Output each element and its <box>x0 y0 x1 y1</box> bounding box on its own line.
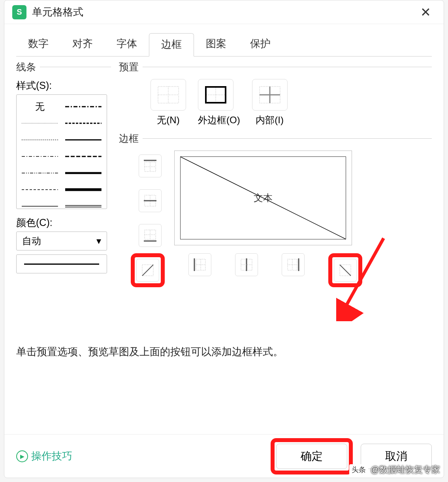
tab-protection[interactable]: 保护 <box>238 33 282 56</box>
border-bottom-button[interactable] <box>139 224 162 247</box>
dialog-title: 单元格格式 <box>32 5 83 19</box>
tab-number[interactable]: 数字 <box>16 33 60 56</box>
line-style-dash-medium[interactable] <box>63 149 104 164</box>
color-dropdown[interactable]: 自动 ▾ <box>16 232 107 250</box>
line-style-dashdot[interactable] <box>20 149 60 164</box>
border-top-button[interactable] <box>139 154 162 177</box>
line-style-dashdotdot[interactable] <box>20 165 60 181</box>
line-style-dash[interactable] <box>20 182 60 198</box>
ok-button[interactable]: 确定 <box>276 444 347 469</box>
line-style-dash-thick[interactable] <box>63 115 104 131</box>
line-style-solid-heavy[interactable] <box>63 182 104 198</box>
svg-line-34 <box>181 157 346 239</box>
line-group-label: 线条 <box>16 60 111 73</box>
color-value: 自动 <box>22 235 41 247</box>
preset-inner-icon <box>259 86 280 104</box>
preset-outer-label: 外边框(O) <box>198 114 240 126</box>
style-label: 样式(S): <box>16 79 111 92</box>
play-circle-icon: ▶ <box>16 450 28 462</box>
annotation-highlight-diag-up <box>131 253 165 287</box>
border-group-label: 边框 <box>119 132 432 145</box>
app-icon: S <box>12 5 26 19</box>
border-preview-inner: 文本 <box>180 156 346 239</box>
divider-line <box>143 67 432 67</box>
border-preview-diagonal <box>181 157 346 239</box>
divider-line <box>40 67 111 67</box>
border-middle-v-button[interactable] <box>235 253 258 276</box>
line-style-picker: 无 <box>16 94 107 209</box>
preset-none: 无(N) <box>151 79 186 126</box>
divider-line <box>143 138 432 139</box>
border-left-button[interactable] <box>188 253 211 276</box>
line-style-solid-thin[interactable] <box>20 198 60 214</box>
preset-none-button[interactable] <box>151 79 186 111</box>
preset-inner-button[interactable] <box>252 79 288 111</box>
border-side-buttons-left <box>139 154 162 247</box>
tips-link-text: 操作技巧 <box>31 449 72 463</box>
border-right-button[interactable] <box>282 253 305 276</box>
close-icon[interactable]: ✕ <box>416 3 436 21</box>
border-bottom-row <box>131 253 362 287</box>
preset-inner: 内部(I) <box>252 79 288 126</box>
svg-line-36 <box>142 265 153 276</box>
border-diagonal-up-button[interactable] <box>136 259 159 282</box>
border-preview[interactable]: 文本 <box>174 151 352 245</box>
dialog-footer: ▶ 操作技巧 确定 取消 <box>4 434 444 478</box>
annotation-highlight-ok: 确定 <box>271 438 353 474</box>
annotation-highlight-diag-down <box>328 253 362 287</box>
line-panel: 线条 样式(S): 无 颜色(C): <box>16 60 111 273</box>
line-style-dotted[interactable] <box>20 132 60 148</box>
line-style-dotted-fine[interactable] <box>20 115 60 131</box>
preset-none-label: 无(N) <box>151 114 186 126</box>
border-diagonal-down-button[interactable] <box>334 259 357 282</box>
border-panel: 预置 无(N) 外边框(O) <box>119 60 432 151</box>
preset-inner-label: 内部(I) <box>252 114 288 126</box>
color-preview <box>16 254 107 273</box>
border-middle-h-button[interactable] <box>139 189 162 212</box>
line-style-dashdot-thick[interactable] <box>63 99 104 115</box>
hint-text: 单击预置选项、预览草图及上面的按钮可以添加边框样式。 <box>16 345 283 359</box>
line-group-text: 线条 <box>16 60 36 73</box>
tab-font[interactable]: 字体 <box>105 33 149 56</box>
line-style-none[interactable]: 无 <box>20 99 60 115</box>
tab-border[interactable]: 边框 <box>149 33 194 56</box>
svg-line-49 <box>340 265 351 276</box>
color-label: 颜色(C): <box>16 216 111 229</box>
tab-pattern[interactable]: 图案 <box>194 33 238 56</box>
tips-link[interactable]: ▶ 操作技巧 <box>16 449 72 463</box>
preset-group-text: 预置 <box>119 60 139 73</box>
preset-outer-icon <box>205 86 226 104</box>
tab-alignment[interactable]: 对齐 <box>60 33 105 56</box>
border-section: 边框 <box>119 132 432 145</box>
preset-outer: 外边框(O) <box>198 79 240 126</box>
tab-bar: 数字 对齐 字体 边框 图案 保护 <box>4 24 444 56</box>
preset-none-icon <box>158 86 179 104</box>
line-style-solid-thick[interactable] <box>63 165 104 181</box>
line-style-double[interactable] <box>63 198 104 214</box>
titlebar: S 单元格格式 ✕ <box>4 0 444 24</box>
preset-outer-button[interactable] <box>198 79 233 111</box>
tab-content-border: 线条 样式(S): 无 颜色(C): <box>4 56 444 434</box>
cell-format-dialog: S 单元格格式 ✕ 数字 对齐 字体 边框 图案 保护 线条 样式(S): 无 <box>4 0 444 478</box>
preset-row: 无(N) 外边框(O) 内部(I) <box>151 79 432 126</box>
line-style-solid-medium[interactable] <box>63 132 104 148</box>
chevron-down-icon: ▾ <box>96 235 101 247</box>
color-swatch <box>24 264 99 265</box>
preset-group-label: 预置 <box>119 60 432 73</box>
border-group-text: 边框 <box>119 132 139 145</box>
cancel-button[interactable]: 取消 <box>361 444 432 469</box>
